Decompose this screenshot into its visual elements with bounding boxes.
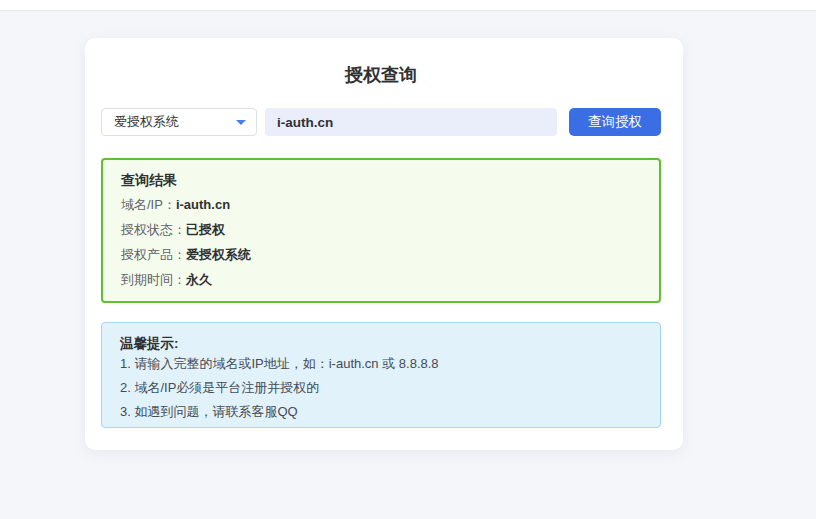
domain-input[interactable] (265, 108, 557, 136)
page-title: 授权查询 (101, 64, 661, 86)
tip-item: 1. 请输入完整的域名或IP地址，如：i-auth.cn 或 8.8.8.8 (120, 352, 642, 376)
result-title: 查询结果 (121, 172, 641, 188)
result-field-value: 永久 (186, 272, 212, 287)
auth-query-card: 授权查询 爱授权系统 查询授权 查询结果 域名/IP：i-auth.cn 授权状… (85, 38, 683, 450)
result-row: 到期时间：永久 (121, 272, 641, 288)
result-row: 授权状态：已授权 (121, 222, 641, 238)
result-row: 域名/IP：i-auth.cn (121, 197, 641, 213)
tip-item: 3. 如遇到问题，请联系客服QQ (120, 400, 642, 424)
chevron-down-icon (236, 120, 246, 125)
result-field-label: 授权状态： (121, 222, 186, 237)
query-form: 爱授权系统 查询授权 (101, 108, 661, 136)
result-field-value: i-auth.cn (176, 197, 230, 212)
tips-title: 温馨提示: (120, 336, 642, 352)
product-select-value: 爱授权系统 (114, 113, 179, 131)
tip-item: 2. 域名/IP必须是平台注册并授权的 (120, 376, 642, 400)
result-field-label: 到期时间： (121, 272, 186, 287)
product-select[interactable]: 爱授权系统 (101, 108, 257, 136)
tips-panel: 温馨提示: 1. 请输入完整的域名或IP地址，如：i-auth.cn 或 8.8… (101, 322, 661, 428)
query-auth-button[interactable]: 查询授权 (569, 108, 661, 136)
result-panel: 查询结果 域名/IP：i-auth.cn 授权状态：已授权 授权产品：爱授权系统… (101, 158, 661, 303)
top-bar (0, 0, 816, 11)
result-row: 授权产品：爱授权系统 (121, 247, 641, 263)
result-field-label: 授权产品： (121, 247, 186, 262)
result-field-value: 已授权 (186, 222, 225, 237)
result-field-value: 爱授权系统 (186, 247, 251, 262)
result-field-label: 域名/IP： (121, 197, 176, 212)
